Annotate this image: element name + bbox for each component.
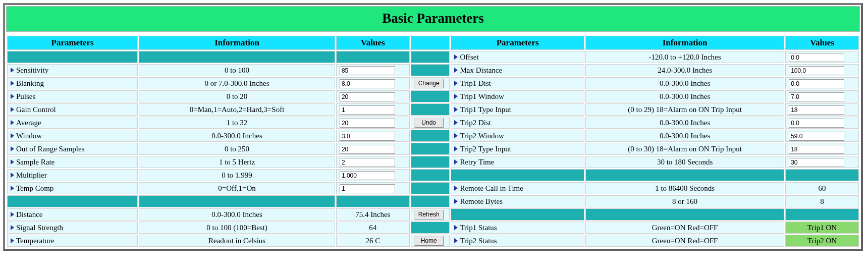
trip2-dist-input[interactable] [789, 119, 844, 128]
sensitivity-link[interactable]: Sensitivity [11, 66, 48, 75]
param-label: Sample Rate [16, 158, 55, 167]
parameters-panel: Basic Parameters Parameters Information … [3, 3, 863, 251]
window-input[interactable] [340, 132, 395, 141]
triangle-icon [454, 159, 458, 164]
triangle-icon [11, 225, 14, 230]
trip2-type-link[interactable]: Trip2 Type Input [454, 145, 511, 153]
sample-rate-link[interactable]: Sample Rate [11, 158, 55, 167]
table-row: Pulses 0 to 20 Trip1 Window 0.0-300.0 In… [7, 90, 859, 102]
average-input[interactable] [340, 119, 395, 128]
info-sample-rate: 1 to 5 Hertz [139, 156, 335, 168]
info-temperature: Readout in Celsius [139, 235, 335, 247]
trip2-status-link[interactable]: Trip2 Status [454, 237, 497, 245]
trip2-dist-link[interactable]: Trip2 Dist [454, 119, 491, 127]
temperature-link[interactable]: Temperature [11, 237, 55, 245]
table-row: Window 0.0-300.0 Inches Trip2 Window 0.0… [7, 130, 859, 142]
param-label: Offset [460, 53, 478, 62]
trip2-type-input[interactable] [789, 145, 844, 154]
offset-input[interactable] [789, 53, 844, 62]
table-row: Average 1 to 32 Undo Trip2 Dist 0.0-300.… [7, 117, 859, 129]
max-distance-input[interactable] [789, 66, 844, 75]
signal-strength-link[interactable]: Signal Strength [11, 224, 63, 232]
param-label: Signal Strength [16, 224, 63, 232]
param-label: Retry Time [460, 158, 494, 167]
triangle-icon [454, 186, 458, 191]
multiplier-input[interactable] [340, 171, 395, 180]
sensitivity-input[interactable] [340, 66, 395, 75]
temp-comp-input[interactable] [340, 184, 395, 193]
triangle-icon [11, 212, 14, 217]
trip1-type-input[interactable] [789, 105, 844, 115]
table-row: Multiplier 0 to 1.999 [7, 169, 859, 181]
average-link[interactable]: Average [11, 119, 41, 127]
blanking-link[interactable]: Blanking [11, 79, 44, 88]
blanking-input[interactable] [340, 79, 395, 88]
param-label: Multiplier [16, 171, 47, 180]
spacer-cell [7, 51, 138, 63]
temperature-value: 26 C [336, 235, 410, 247]
remote-call-link[interactable]: Remote Call in Time [454, 184, 523, 193]
header-parameters-right: Parameters [451, 36, 584, 50]
param-label: Trip2 Dist [460, 119, 491, 127]
sample-rate-input[interactable] [340, 158, 395, 167]
gain-control-link[interactable]: Gain Control [11, 105, 56, 114]
page-title: Basic Parameters [6, 6, 860, 32]
info-trip1-dist: 0.0-300.0 Inches [585, 77, 784, 89]
trip1-dist-link[interactable]: Trip1 Dist [454, 79, 491, 88]
pulses-link[interactable]: Pulses [11, 92, 35, 101]
param-label: Temp Comp [16, 184, 53, 193]
trip1-dist-input[interactable] [789, 79, 844, 88]
info-offset: -120.0 to +120.0 Inches [585, 51, 784, 63]
param-label: Pulses [16, 92, 35, 101]
out-of-range-input[interactable] [340, 145, 395, 154]
table-header-row: Parameters Information Values Parameters… [7, 36, 859, 50]
trip2-window-link[interactable]: Trip2 Window [454, 132, 504, 140]
retry-time-input[interactable] [789, 158, 844, 167]
info-trip2-dist: 0.0-300.0 Inches [585, 117, 784, 129]
param-label: Average [16, 119, 41, 127]
spacer-cell [411, 90, 450, 102]
table-row: Blanking 0 or 7.0-300.0 Inches Change Tr… [7, 77, 859, 89]
spacer-cell [7, 195, 138, 207]
home-button[interactable]: Home [414, 236, 444, 246]
triangle-icon [454, 107, 458, 112]
refresh-button[interactable]: Refresh [414, 210, 444, 219]
triangle-icon [454, 54, 458, 60]
max-distance-link[interactable]: Max Distance [454, 66, 502, 75]
change-button[interactable]: Change [414, 79, 444, 88]
table-row: Signal Strength 0 to 100 (100=Best) 64 T… [7, 222, 859, 234]
spacer-cell [411, 195, 450, 207]
trip2-window-input[interactable] [789, 132, 844, 141]
retry-time-link[interactable]: Retry Time [454, 158, 494, 167]
trip1-type-link[interactable]: Trip1 Type Input [454, 105, 511, 114]
temp-comp-link[interactable]: Temp Comp [11, 184, 53, 193]
spacer-cell [411, 130, 450, 142]
spacer-cell [411, 182, 450, 194]
trip1-window-link[interactable]: Trip1 Window [454, 92, 504, 101]
remote-bytes-value: 8 [785, 195, 859, 207]
info-trip2-window: 0.0-300.0 Inches [585, 130, 784, 142]
triangle-icon [11, 146, 14, 151]
triangle-icon [11, 238, 14, 243]
triangle-icon [454, 238, 458, 243]
distance-link[interactable]: Distance [11, 210, 42, 219]
spacer-cell [411, 51, 450, 63]
param-label: Trip1 Window [460, 92, 504, 101]
param-label: Trip1 Type Input [460, 105, 511, 114]
out-of-range-link[interactable]: Out of Range Samples [11, 145, 84, 153]
param-label: Temperature [16, 237, 55, 245]
window-link[interactable]: Window [11, 132, 42, 140]
remote-bytes-link[interactable]: Remote Bytes [454, 197, 503, 206]
info-average: 1 to 32 [139, 117, 335, 129]
gain-control-input[interactable] [340, 105, 395, 115]
undo-button[interactable]: Undo [414, 118, 444, 128]
offset-link[interactable]: Offset [454, 53, 478, 62]
pulses-input[interactable] [340, 92, 395, 101]
multiplier-link[interactable]: Multiplier [11, 171, 47, 180]
param-label: Trip1 Dist [460, 79, 491, 88]
trip1-window-input[interactable] [789, 92, 844, 101]
triangle-icon [11, 120, 14, 125]
table-row: Temp Comp 0=Off,1=On Remote Call in Time… [7, 182, 859, 194]
header-information-left: Information [139, 36, 335, 50]
trip1-status-link[interactable]: Trip1 Status [454, 224, 497, 232]
